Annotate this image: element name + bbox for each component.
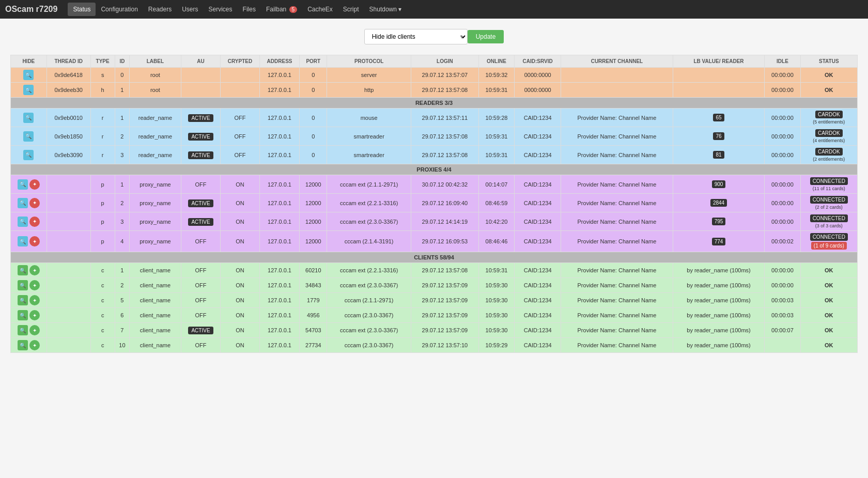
cell-au: OFF [181, 231, 220, 252]
search-icon[interactable]: 🔍 [23, 85, 34, 95]
table-row: 🔍 ✦ c 10 client_name OFF ON 127.0.0.1 27… [11, 338, 858, 353]
search-icon[interactable]: 🔍 [18, 325, 28, 335]
cell-status: OK [800, 338, 857, 353]
cell-status: CONNECTED (11 of 11 cards) [800, 175, 857, 194]
cell-lb: 774 [673, 231, 764, 252]
cell-label: proxy_name [130, 212, 181, 231]
cell-channel: Provider Name: Channel Name [561, 212, 673, 231]
search-icon[interactable]: 🔍 [18, 310, 28, 320]
search-icon[interactable]: 🔍 [23, 131, 34, 142]
nav-configuration[interactable]: Configuration [96, 3, 143, 16]
client-icon[interactable]: ✦ [29, 325, 40, 335]
cell-address: 127.0.0.1 [259, 68, 300, 83]
cell-lb: by reader_name (100ms) [673, 338, 764, 353]
search-icon[interactable]: 🔍 [18, 280, 28, 290]
nav-cacheex[interactable]: CacheEx [302, 3, 338, 16]
cell-hide: 🔍 [11, 68, 47, 83]
cell-thread-id [47, 278, 90, 293]
table-row: 🔍 0x9eb1850 r 2 reader_name ACTIVE OFF 1… [11, 127, 858, 146]
col-au: AU [181, 55, 220, 68]
search-icon[interactable]: 🔍 [18, 217, 28, 227]
client-icon[interactable]: ✦ [29, 310, 40, 320]
cell-online: 10:59:31 [478, 146, 514, 164]
cell-caid: CAID:1234 [515, 231, 561, 252]
cell-channel: Provider Name: Channel Name [561, 278, 673, 293]
cell-channel: Provider Name: Channel Name [561, 323, 673, 338]
col-id: ID [115, 55, 129, 68]
table-row: 🔍 ✦ c 2 client_name OFF ON 127.0.0.1 348… [11, 278, 858, 293]
nav-services[interactable]: Services [204, 3, 238, 16]
cell-hide: 🔍 ✦ [11, 293, 47, 308]
cell-caid: CAID:1234 [515, 146, 561, 164]
cell-address: 127.0.0.1 [259, 308, 300, 323]
client-icon[interactable]: ✦ [29, 280, 40, 290]
nav-readers[interactable]: Readers [143, 3, 177, 16]
search-icon[interactable]: 🔍 [18, 295, 28, 305]
cell-channel [561, 83, 673, 98]
cell-thread-id [47, 194, 90, 212]
proxy-icon[interactable]: ✦ [29, 179, 40, 190]
cell-thread-id [47, 338, 90, 353]
col-channel: CURRENT CHANNEL [561, 55, 673, 68]
nav-script[interactable]: Script [338, 3, 364, 16]
search-icon[interactable]: 🔍 [18, 198, 28, 208]
nav-files[interactable]: Files [238, 3, 261, 16]
cell-protocol: cccam ext (2.3.0-3367) [327, 212, 411, 231]
cell-channel: Provider Name: Channel Name [561, 231, 673, 252]
cell-idle: 00:00:00 [765, 146, 800, 164]
update-button[interactable]: Update [468, 30, 504, 43]
search-icon[interactable]: 🔍 [23, 113, 34, 123]
client-icon[interactable]: ✦ [29, 340, 40, 350]
cell-channel: Provider Name: Channel Name [561, 308, 673, 323]
cell-port: 12000 [300, 231, 327, 252]
col-idle: IDLE [765, 55, 800, 68]
search-icon[interactable]: 🔍 [18, 340, 28, 350]
cell-lb: by reader_name (100ms) [673, 308, 764, 323]
cell-label: proxy_name [130, 231, 181, 252]
cell-lb: 2844 [673, 194, 764, 212]
cell-status: OK [800, 278, 857, 293]
cell-address: 127.0.0.1 [259, 194, 300, 212]
nav-status[interactable]: Status [68, 3, 96, 16]
search-icon[interactable]: 🔍 [18, 236, 28, 246]
cell-type: c [90, 308, 115, 323]
col-type: TYPE [90, 55, 115, 68]
cell-caid: CAID:1234 [515, 175, 561, 194]
nav-failban[interactable]: Failban 5 [261, 3, 302, 16]
cell-hide: 🔍 ✦ [11, 212, 47, 231]
nav-users[interactable]: Users [177, 3, 203, 16]
cell-address: 127.0.0.1 [259, 212, 300, 231]
cell-address: 127.0.0.1 [259, 109, 300, 127]
cell-au: ACTIVE [181, 109, 220, 127]
client-icon[interactable]: ✦ [29, 265, 40, 275]
cell-protocol: cccam ext (2.1.1-2971) [327, 175, 411, 194]
cell-type: p [90, 231, 115, 252]
cell-port: 0 [300, 109, 327, 127]
proxy-icon[interactable]: ✦ [29, 217, 40, 227]
client-icon[interactable]: ✦ [29, 295, 40, 305]
cell-channel: Provider Name: Channel Name [561, 175, 673, 194]
search-icon[interactable]: 🔍 [23, 150, 34, 160]
cell-id: 3 [115, 212, 129, 231]
cell-status: OK [800, 68, 857, 83]
cell-caid: CAID:1234 [515, 323, 561, 338]
cell-login: 29.07.12 13:57:09 [411, 293, 478, 308]
search-icon[interactable]: 🔍 [18, 265, 28, 275]
cell-id: 2 [115, 278, 129, 293]
proxy-icon[interactable]: ✦ [29, 198, 40, 208]
cell-port: 27734 [300, 338, 327, 353]
cell-idle: 00:00:00 [765, 83, 800, 98]
nav-shutdown[interactable]: Shutdown ▾ [364, 3, 407, 16]
cell-type: c [90, 323, 115, 338]
cell-type: r [90, 127, 115, 146]
proxy-icon[interactable]: ✦ [29, 236, 40, 246]
table-header-row: HIDE THREAD ID TYPE ID LABEL AU CRYPTED … [11, 55, 858, 68]
search-icon[interactable]: 🔍 [18, 179, 28, 190]
search-icon[interactable]: 🔍 [23, 70, 34, 80]
cell-caid: 0000:0000 [515, 83, 561, 98]
filter-select[interactable]: Hide idle clients [364, 29, 468, 44]
cell-port: 34843 [300, 278, 327, 293]
cell-thread-id [47, 212, 90, 231]
section-label: READERS 3/3 [11, 98, 858, 109]
table-row: 🔍 ✦ p 3 proxy_name ACTIVE ON 127.0.0.1 1… [11, 212, 858, 231]
